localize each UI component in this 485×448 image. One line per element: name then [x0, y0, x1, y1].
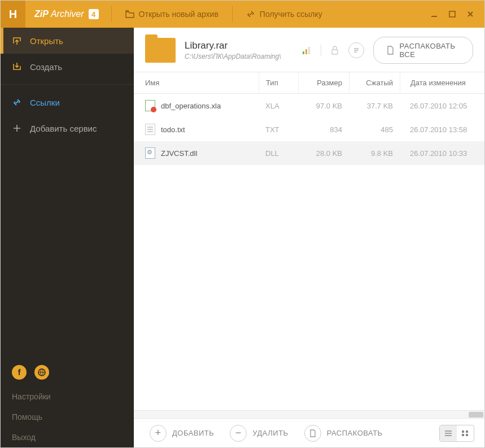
svg-rect-1 — [449, 11, 455, 17]
sidebar-separator — [1, 84, 134, 85]
sidebar-item-links[interactable]: Ссылки — [1, 89, 134, 115]
link-icon — [12, 97, 22, 107]
svg-rect-7 — [462, 430, 464, 433]
column-header-name[interactable]: Имя — [134, 72, 259, 93]
sidebar-exit[interactable]: Выход — [1, 427, 134, 447]
delete-label: УДАЛИТЬ — [252, 429, 288, 437]
sidebar-item-add-service[interactable]: Добавить сервис — [1, 115, 134, 141]
app-window: H ZiP Archiver 4 Открыть новый архив Пол… — [0, 0, 485, 448]
file-packed: 37.7 KB — [349, 95, 400, 116]
file-name: ZJVCST.dll — [161, 149, 197, 158]
app-title-zip: ZiP — [34, 9, 49, 19]
open-new-archive-button[interactable]: Открыть новый архив — [115, 1, 229, 28]
header-separator — [321, 45, 321, 56]
table-body: dbf_operations.xlaXLA97.0 KB37.7 KB26.07… — [134, 94, 484, 410]
column-header-date[interactable]: Дата изменения — [400, 72, 484, 93]
bottom-toolbar: + ДОБАВИТЬ − УДАЛИТЬ РАСПАКОВАТЬ — [134, 418, 484, 447]
sidebar-help[interactable]: Помощь — [1, 407, 134, 427]
archive-header: Library.rar C:\Users\ПК\AppData\Roaming\… — [134, 28, 484, 72]
horizontal-scrollbar[interactable] — [134, 410, 484, 418]
svg-rect-8 — [466, 430, 468, 433]
column-header-size[interactable]: Размер — [298, 72, 349, 93]
sidebar-open-label: Открыть — [30, 36, 63, 46]
get-link-button[interactable]: Получить ссылку — [236, 1, 333, 28]
table-row[interactable]: ZJVCST.dllDLL28.0 KB9.8 KB26.07.2010 10:… — [134, 141, 484, 165]
sidebar-add-service-label: Добавить сервис — [30, 124, 97, 133]
archive-name: Library.rar — [185, 40, 281, 51]
plus-icon: + — [150, 425, 167, 442]
comment-icon[interactable] — [348, 42, 364, 58]
sidebar: Открыть Создать Ссылки Добавить сервис f… — [1, 28, 134, 447]
document-icon — [386, 46, 394, 55]
extract-all-label: РАСПАКОВАТЬ ВСЕ — [400, 42, 461, 59]
get-link-label: Получить ссылку — [260, 10, 322, 19]
app-logo-icon: H — [1, 1, 25, 28]
svg-rect-10 — [466, 434, 468, 436]
view-grid-button[interactable] — [457, 425, 474, 441]
add-button[interactable]: + ДОБАВИТЬ — [144, 421, 220, 445]
add-label: ДОБАВИТЬ — [172, 429, 214, 437]
titlebar: H ZiP Archiver 4 Открыть новый архив Пол… — [1, 1, 484, 28]
svg-rect-9 — [462, 434, 464, 436]
sidebar-item-open[interactable]: Открыть — [1, 28, 134, 54]
create-icon — [12, 62, 22, 72]
titlebar-separator — [232, 6, 233, 23]
close-button[interactable] — [464, 8, 477, 20]
sidebar-item-create[interactable]: Создать — [1, 54, 134, 80]
file-icon — [145, 124, 155, 135]
facebook-icon[interactable]: f — [12, 365, 27, 380]
view-toggle — [439, 425, 474, 442]
folder-open-icon — [125, 10, 134, 18]
file-date: 26.07.2010 13:58 — [400, 119, 484, 140]
globe-icon[interactable] — [34, 365, 49, 380]
file-size: 97.0 KB — [298, 95, 349, 116]
svg-rect-3 — [303, 51, 304, 54]
sidebar-settings[interactable]: Настройки — [1, 386, 134, 407]
main-panel: Library.rar C:\Users\ПК\AppData\Roaming\… — [134, 28, 484, 447]
file-packed: 485 — [349, 119, 400, 140]
folder-icon — [145, 38, 176, 63]
table-row[interactable]: dbf_operations.xlaXLA97.0 KB37.7 KB26.07… — [134, 94, 484, 118]
delete-button[interactable]: − УДАЛИТЬ — [224, 421, 294, 445]
signal-icon[interactable] — [299, 42, 315, 58]
file-packed: 9.8 KB — [349, 143, 400, 164]
lock-icon[interactable] — [327, 42, 343, 58]
minimize-button[interactable] — [428, 8, 440, 20]
titlebar-separator — [111, 6, 112, 23]
file-type: DLL — [259, 143, 298, 164]
file-type: XLA — [259, 95, 298, 116]
file-icon — [145, 100, 155, 111]
file-name: todo.txt — [161, 125, 185, 134]
view-list-button[interactable] — [440, 425, 457, 441]
file-type: TXT — [259, 119, 298, 140]
app-title: ZiP Archiver 4 — [25, 9, 108, 19]
window-controls — [428, 8, 484, 20]
plus-icon — [12, 123, 22, 133]
extract-label: РАСПАКОВАТЬ — [327, 429, 383, 437]
table-header: Имя Тип Размер Сжатый Дата изменения — [134, 72, 484, 94]
svg-rect-5 — [308, 47, 310, 54]
svg-rect-4 — [305, 49, 307, 54]
column-header-packed[interactable]: Сжатый — [349, 72, 400, 93]
social-row: f — [1, 365, 134, 386]
table-row[interactable]: todo.txtTXT83448526.07.2010 13:58 — [134, 118, 484, 141]
file-size: 834 — [298, 119, 349, 140]
document-icon — [304, 425, 321, 442]
archive-path: C:\Users\ПК\AppData\Roaming\ — [185, 53, 281, 60]
svg-rect-6 — [332, 50, 338, 54]
column-header-type[interactable]: Тип — [259, 72, 298, 93]
sidebar-create-label: Создать — [30, 62, 62, 72]
app-title-archiver: Archiver — [51, 9, 84, 19]
file-size: 28.0 KB — [298, 143, 349, 164]
maximize-button[interactable] — [446, 8, 458, 20]
scrollbar-thumb[interactable] — [469, 412, 483, 417]
file-icon — [145, 147, 155, 159]
app-title-version: 4 — [89, 9, 99, 19]
open-icon — [12, 36, 22, 46]
link-icon — [246, 10, 255, 19]
file-date: 26.07.2010 10:33 — [400, 143, 484, 164]
extract-all-button[interactable]: РАСПАКОВАТЬ ВСЕ — [373, 37, 474, 64]
extract-button[interactable]: РАСПАКОВАТЬ — [299, 421, 388, 445]
file-name: dbf_operations.xla — [161, 102, 221, 110]
open-new-archive-label: Открыть новый архив — [139, 10, 219, 19]
